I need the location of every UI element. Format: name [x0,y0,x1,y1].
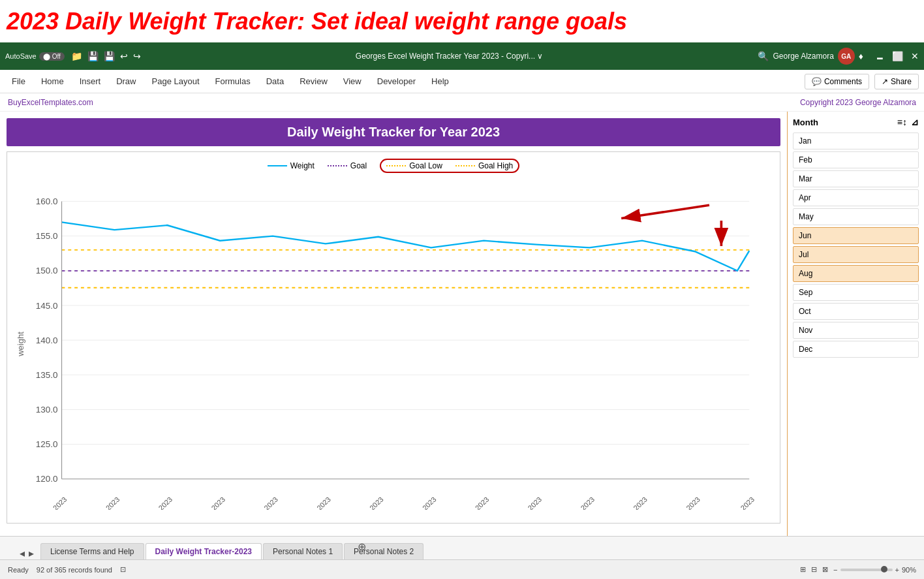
svg-text:130.0: 130.0 [36,405,58,415]
month-item-dec[interactable]: Dec [793,341,919,358]
svg-text:150.0: 150.0 [36,266,58,276]
chart-svg: weight 160.0 155.0 [14,178,773,510]
save-icon[interactable]: 💾 [87,51,99,61]
legend-goal-low: Goal Low [386,161,442,170]
weight-line-icon [268,165,287,166]
zoom-thumb [881,566,887,572]
next-sheet[interactable]: ▸ [29,547,34,559]
menu-review[interactable]: Review [293,74,334,89]
svg-text:160.0: 160.0 [36,196,58,206]
autosave-state: Off [52,53,61,60]
redo-icon[interactable]: ↪ [133,51,141,61]
toggle-circle: ⬤ [43,53,50,60]
y-axis-label: weight [15,332,25,357]
chart-container: Daily Weight Tracker for Year 2023 Weigh… [0,112,787,536]
search-icon[interactable]: 🔍 [758,51,769,61]
month-item-aug[interactable]: Aug [793,265,919,282]
zoom-plus[interactable]: + [895,566,899,574]
month-item-may[interactable]: May [793,208,919,225]
svg-text:July 27, 2023: July 27, 2023 [455,495,491,510]
chart-legend: Weight Goal Goal Low Goal High [14,159,773,173]
menu-help[interactable]: Help [425,74,455,89]
comments-icon: 💬 [812,77,822,86]
month-item-jul[interactable]: Jul [793,246,919,263]
sheet-tab-personal-notes-1[interactable]: Personal Notes 1 [263,543,343,559]
month-item-jan[interactable]: Jan [793,133,919,149]
menu-right: 💬 Comments ↗ Share [805,74,919,89]
menu-formulas[interactable]: Formulas [209,74,257,89]
svg-text:August 10, 2023: August 10, 2023 [553,495,596,510]
main-title: 2023 Daily Weight Tracker: Set ideal wei… [7,8,627,35]
goal-label: Goal [350,161,367,170]
minimize-button[interactable]: 🗕 [875,51,884,61]
prev-sheet[interactable]: ◂ [20,547,25,559]
legend-weight: Weight [268,161,315,170]
svg-text:August 24, 2023: August 24, 2023 [659,495,701,510]
menu-insert[interactable]: Insert [73,74,108,89]
menu-developer[interactable]: Developer [371,74,422,89]
legend-goal-high: Goal High [455,161,513,170]
comments-label: Comments [824,77,862,86]
chart-wrapper: Weight Goal Goal Low Goal High [7,151,780,524]
svg-text:155.0: 155.0 [36,232,58,242]
sheet-tab-daily-weight-tracker-2023[interactable]: Daily Weight Tracker-2023 [146,543,262,559]
filename: Georges Excel Weight Tracker Year 2023 -… [145,52,754,61]
menu-draw[interactable]: Draw [110,74,142,89]
zoom-slider[interactable] [840,569,893,571]
zoom-level: 90% [902,566,916,574]
zoom-minus[interactable]: − [833,566,837,574]
save2-icon[interactable]: 💾 [104,51,115,61]
share-button[interactable]: ↗ Share [874,74,919,89]
status-icon[interactable]: ⊡ [120,565,126,574]
month-item-nov[interactable]: Nov [793,322,919,339]
right-panel-header: Month ≡↕ ⊿ [793,117,919,127]
svg-text:June 29, 2023: June 29, 2023 [241,495,279,510]
site-url: BuyExcelTemplates.com [8,98,93,107]
menu-file[interactable]: File [5,74,32,89]
comments-button[interactable]: 💬 Comments [805,74,869,89]
svg-text:June 8, 2023: June 8, 2023 [86,495,121,510]
user-section: George Alzamora GA [773,48,854,65]
goal-range-circle: Goal Low Goal High [380,159,519,173]
month-item-oct[interactable]: Oct [793,303,919,320]
right-panel: Month ≡↕ ⊿ JanFebMarAprMayJunJulAugSepOc… [787,112,924,536]
view-layout-icon[interactable]: ⊟ [811,565,817,574]
status-right: ⊞ ⊟ ⊠ − + 90% [800,565,916,574]
svg-text:June 1, 2023: June 1, 2023 [33,495,69,510]
month-item-sep[interactable]: Sep [793,284,919,301]
month-item-mar[interactable]: Mar [793,170,919,187]
menu-data[interactable]: Data [260,74,290,89]
records-count: 92 of 365 records found [37,566,112,574]
main-area: Daily Weight Tracker for Year 2023 Weigh… [0,112,924,536]
add-sheet-button[interactable]: ⊕ [352,539,371,554]
maximize-button[interactable]: ⬜ [892,51,903,61]
filter-icon[interactable]: ⊿ [911,117,919,127]
month-item-apr[interactable]: Apr [793,189,919,206]
close-button[interactable]: ✕ [911,51,919,61]
menu-view[interactable]: View [337,74,368,89]
goal-line-icon [328,165,347,166]
svg-text:June 15, 2023: June 15, 2023 [136,495,174,510]
undo-icon[interactable]: ↩ [120,51,128,61]
diamond-icon[interactable]: ♦ [859,51,863,61]
svg-text:August 17, 2023: August 17, 2023 [606,495,649,510]
menu-home[interactable]: Home [35,74,70,89]
panel-controls: ≡↕ ⊿ [897,117,919,127]
ready-label: Ready [8,566,29,574]
autosave-toggle[interactable]: ⬤ Off [39,52,65,61]
sort-icon[interactable]: ≡↕ [897,117,907,127]
status-bar: Ready 92 of 365 records found ⊡ ⊞ ⊟ ⊠ − … [0,559,924,579]
copyright: Copyright 2023 George Alzamora [800,98,916,107]
view-normal-icon[interactable]: ⊞ [800,565,806,574]
menu-bar: File Home Insert Draw Page Layout Formul… [0,70,924,93]
goal-high-icon [455,165,475,166]
username: George Alzamora [773,52,833,61]
menu-pagelayout[interactable]: Page Layout [146,74,206,89]
month-item-feb[interactable]: Feb [793,151,919,168]
folder-icon[interactable]: 📁 [71,51,82,61]
tabs-row: ◂ ▸ License Terms and HelpDaily Weight T… [0,536,924,559]
zoom-control: − + 90% [833,566,916,574]
view-page-icon[interactable]: ⊠ [822,565,828,574]
sheet-tab-license-terms-and-help[interactable]: License Terms and Help [40,543,144,559]
month-item-jun[interactable]: Jun [793,227,919,244]
